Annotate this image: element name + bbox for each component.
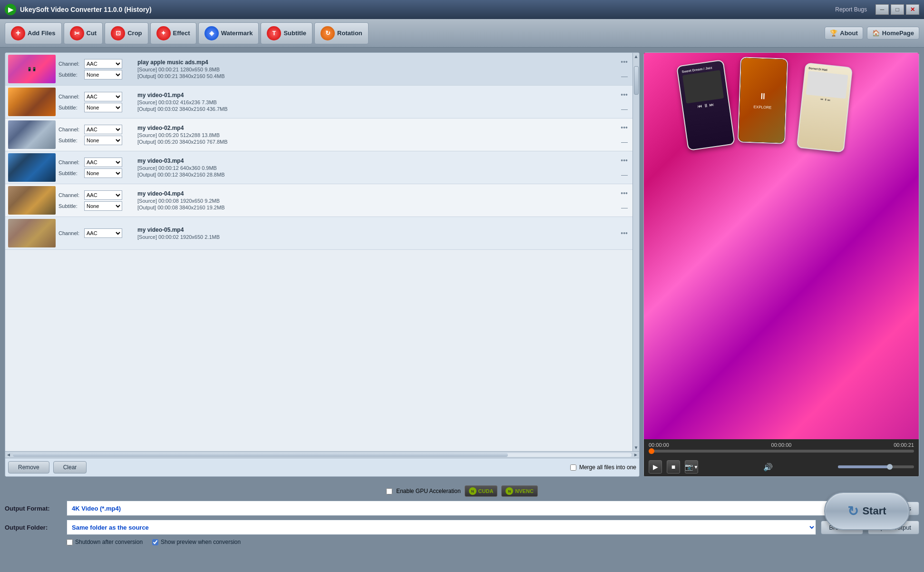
format-select[interactable]: 4K Video (*.mp4) <box>67 501 856 516</box>
thumbnail <box>8 153 56 182</box>
about-button[interactable]: 🏆 About <box>825 27 863 39</box>
file-actions: ••• — <box>621 120 630 149</box>
subtitle-select[interactable]: None <box>84 103 122 112</box>
remove-button[interactable]: Remove <box>8 461 49 473</box>
scroll-right-arrow[interactable]: ► <box>633 452 638 457</box>
file-list[interactable]: 📱📱 Channel: AAC Subtitle: None <box>5 53 632 451</box>
file-info: my video-04.mp4 [Source] 00:00:08 1920x6… <box>137 186 618 215</box>
add-files-icon: + <box>11 26 25 40</box>
nvidia-icon-1: N <box>469 487 477 495</box>
progress-track[interactable] <box>649 450 914 453</box>
play-button[interactable]: ▶ <box>649 460 662 473</box>
scroll-left-arrow[interactable]: ◄ <box>6 452 11 457</box>
phone-screen-2: ⏸ EXPLORE <box>739 58 787 143</box>
remove-item-button[interactable]: — <box>621 204 628 211</box>
list-item[interactable]: Channel: AAC Subtitle: None my video-03.… <box>5 151 632 184</box>
file-list-footer: Remove Clear Merge all files into one <box>5 458 639 476</box>
gpu-acceleration-checkbox[interactable] <box>386 488 392 494</box>
app-title: UkeySoft Video Converter 11.0.0 (History… <box>20 6 152 13</box>
more-options-button[interactable]: ••• <box>621 157 628 164</box>
minimize-button[interactable]: ─ <box>875 4 889 15</box>
channel-select[interactable]: AAC <box>84 158 122 167</box>
phone-mockup-3: Dorset Di Hati ⏮ ⏸ ⏭ <box>797 62 853 152</box>
file-output: [Output] 00:00:08 3840x2160 19.2MB <box>137 205 618 210</box>
file-name: my video-02.mp4 <box>137 125 618 131</box>
cut-button[interactable]: ✂ Cut <box>64 22 103 44</box>
subtitle-button[interactable]: T Subtitle <box>261 22 312 44</box>
shutdown-option: Shutdown after conversion <box>67 539 143 545</box>
volume-slider[interactable] <box>838 465 914 468</box>
channel-row: Channel: AAC <box>58 228 135 238</box>
remove-item-button[interactable]: — <box>621 105 628 113</box>
subtitle-row: Subtitle: None <box>58 201 135 211</box>
maximize-button[interactable]: □ <box>891 4 904 15</box>
scroll-up-arrow[interactable]: ▲ <box>634 54 639 59</box>
effect-icon: ✦ <box>156 26 171 40</box>
close-button[interactable]: ✕ <box>906 4 919 15</box>
clear-button[interactable]: Clear <box>53 461 87 473</box>
horizontal-scroll-thumb <box>13 453 508 457</box>
start-button[interactable]: ↻ Start <box>824 492 910 530</box>
show-preview-checkbox[interactable] <box>152 539 158 545</box>
gpu-row: Enable GPU Acceleration N CUDA N NVENC <box>5 485 919 497</box>
file-controls: Channel: AAC Subtitle: None <box>58 55 135 83</box>
channel-select[interactable]: AAC <box>84 59 122 69</box>
homepage-button[interactable]: 🏠 HomePage <box>867 27 919 39</box>
folder-select[interactable]: Same folder as the source <box>67 520 816 535</box>
channel-label: Channel: <box>58 192 82 198</box>
subtitle-select[interactable]: None <box>84 136 122 145</box>
add-files-button[interactable]: + Add Files <box>5 22 62 44</box>
scroll-down-arrow[interactable]: ▼ <box>634 445 639 450</box>
file-info: my video-02.mp4 [Source] 00:05:20 512x28… <box>137 120 618 149</box>
volume-icon: 🔊 <box>763 463 773 472</box>
output-folder-row: Output Folder: Same folder as the source… <box>5 520 919 535</box>
list-item[interactable]: Channel: AAC Subtitle: None my video-02.… <box>5 118 632 151</box>
subtitle-select[interactable]: None <box>84 201 122 211</box>
remove-item-button[interactable]: — <box>621 72 628 80</box>
screenshot-button[interactable]: 📷 ▼ <box>685 460 698 473</box>
crop-icon: ⊡ <box>111 26 125 40</box>
camera-dropdown-arrow[interactable]: ▼ <box>694 464 699 470</box>
volume-thumb[interactable] <box>887 464 893 470</box>
subtitle-icon: T <box>267 26 281 40</box>
more-options-button[interactable]: ••• <box>621 58 628 66</box>
list-item[interactable]: Channel: AAC Subtitle: None my video-04.… <box>5 184 632 217</box>
report-bugs-link[interactable]: Report Bugs <box>835 6 867 13</box>
nvenc-badge: N NVENC <box>501 485 538 497</box>
merge-checkbox[interactable] <box>570 464 576 471</box>
rotation-button[interactable]: ↻ Rotation <box>314 22 369 44</box>
list-item[interactable]: Channel: AAC my video-05.mp4 [Source] 00… <box>5 217 632 250</box>
channel-select[interactable]: AAC <box>84 228 122 238</box>
subtitle-label: Subtitle: <box>58 203 82 209</box>
channel-select[interactable]: AAC <box>84 125 122 134</box>
remove-item-button[interactable]: — <box>621 138 628 146</box>
channel-label: Channel: <box>58 61 82 67</box>
effect-label: Effect <box>173 30 190 37</box>
channel-row: Channel: AAC <box>58 59 135 69</box>
progress-thumb[interactable] <box>649 448 654 454</box>
stop-button[interactable]: ■ <box>667 460 680 473</box>
subtitle-select[interactable]: None <box>84 168 122 178</box>
shutdown-checkbox[interactable] <box>67 539 73 545</box>
effect-button[interactable]: ✦ Effect <box>150 22 196 44</box>
channel-select[interactable]: AAC <box>84 92 122 101</box>
scroll-thumb[interactable] <box>634 66 639 95</box>
file-list-panel: 📱📱 Channel: AAC Subtitle: None <box>5 52 640 477</box>
subtitle-select[interactable]: None <box>84 70 122 79</box>
subtitle-label: Subtitle: <box>58 170 82 176</box>
more-options-button[interactable]: ••• <box>621 124 628 131</box>
list-item[interactable]: 📱📱 Channel: AAC Subtitle: None <box>5 53 632 86</box>
watermark-button[interactable]: ◈ Watermark <box>198 22 259 44</box>
list-item[interactable]: Channel: AAC Subtitle: None my video-01.… <box>5 86 632 118</box>
crop-button[interactable]: ⊡ Crop <box>105 22 148 44</box>
more-options-button[interactable]: ••• <box>621 189 628 197</box>
remove-item-button[interactable]: — <box>621 171 628 178</box>
file-source: [Source] 00:00:21 1280x650 9.8MB <box>137 67 618 72</box>
scrollbar[interactable]: ▲ ▼ <box>632 53 639 451</box>
phone-mockup-1: Sweet Dream / Jazz ⏮ ⏸ ⏭ <box>676 59 735 151</box>
more-options-button[interactable]: ••• <box>621 229 628 237</box>
more-options-button[interactable]: ••• <box>621 91 628 99</box>
horizontal-scrollbar[interactable] <box>13 453 632 457</box>
show-preview-label: Show preview when conversion <box>161 539 241 545</box>
channel-select[interactable]: AAC <box>84 190 122 200</box>
